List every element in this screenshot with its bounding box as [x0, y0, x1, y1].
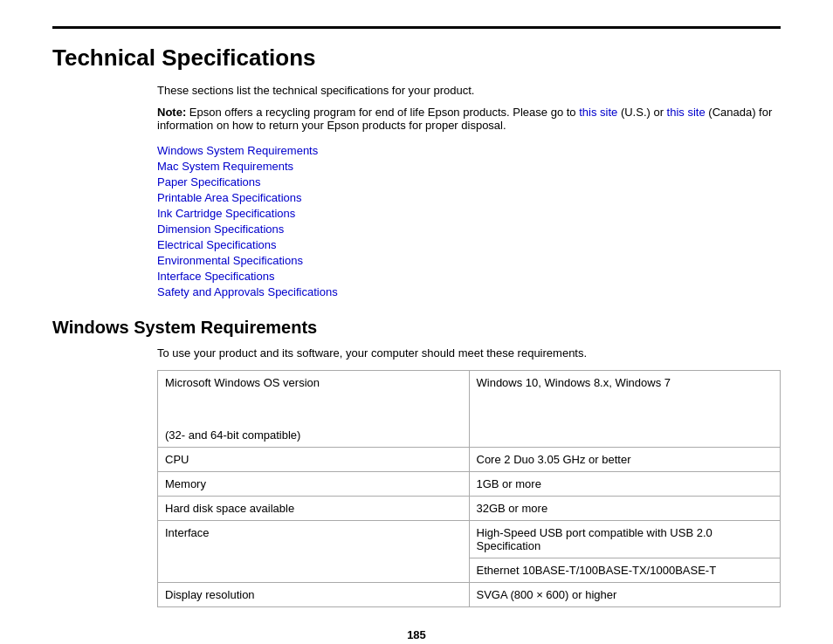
note-body: Epson offers a recycling program for end…	[186, 106, 579, 119]
section-intro: To use your product and its software, yo…	[157, 346, 781, 360]
page-title: Technical Specifications	[52, 45, 781, 72]
page-container: Technical Specifications These sections …	[0, 0, 833, 644]
nav-link[interactable]: Environmental Specifications	[157, 254, 781, 267]
nav-link[interactable]: Electrical Specifications	[157, 238, 781, 251]
table-cell-value: Ethernet 10BASE-T/100BASE-TX/1000BASE-T	[469, 558, 781, 583]
spec-table: Microsoft Windows OS version(32- and 64-…	[157, 370, 781, 607]
table-cell-value: 32GB or more	[469, 497, 781, 521]
table-cell-label: CPU	[158, 448, 470, 472]
nav-link[interactable]: Printable Area Specifications	[157, 191, 781, 204]
table-row: InterfaceHigh-Speed USB port compatible …	[158, 521, 781, 558]
nav-link[interactable]: Mac System Requirements	[157, 160, 781, 173]
page-number: 185	[52, 628, 781, 641]
note-block: Note: Epson offers a recycling program f…	[157, 106, 781, 132]
nav-link[interactable]: Windows System Requirements	[157, 144, 781, 157]
spec-table-body: Microsoft Windows OS version(32- and 64-…	[158, 371, 781, 607]
table-cell-label: Interface	[158, 521, 470, 583]
note-label: Note:	[157, 106, 186, 119]
table-cell-label: Microsoft Windows OS version(32- and 64-…	[158, 371, 470, 448]
table-cell-label: Display resolution	[158, 583, 470, 607]
table-cell-value: High-Speed USB port compatible with USB …	[469, 521, 781, 558]
table-cell-value: 1GB or more	[469, 472, 781, 497]
table-row: Memory1GB or more	[158, 472, 781, 497]
note-middle: (U.S.) or	[617, 106, 666, 119]
nav-link[interactable]: Interface Specifications	[157, 270, 781, 283]
intro-text: These sections list the technical specif…	[157, 84, 781, 97]
table-row: Display resolutionSVGA (800 × 600) or hi…	[158, 583, 781, 607]
table-cell-label: Memory	[158, 472, 470, 497]
table-cell-label: Hard disk space available	[158, 497, 470, 521]
table-cell-value: Windows 10, Windows 8.x, Windows 7	[469, 371, 781, 448]
nav-link[interactable]: Safety and Approvals Specifications	[157, 285, 781, 298]
table-row: Microsoft Windows OS version(32- and 64-…	[158, 371, 781, 448]
table-row: Hard disk space available32GB or more	[158, 497, 781, 521]
note-link-us[interactable]: this site	[579, 106, 617, 119]
section-title: Windows System Requirements	[52, 318, 781, 338]
table-cell-value: Core 2 Duo 3.05 GHz or better	[469, 448, 781, 472]
top-rule	[52, 26, 781, 29]
table-cell-value: SVGA (800 × 600) or higher	[469, 583, 781, 607]
nav-link[interactable]: Paper Specifications	[157, 175, 781, 188]
link-list: Windows System RequirementsMac System Re…	[157, 144, 781, 298]
nav-link[interactable]: Ink Cartridge Specifications	[157, 207, 781, 220]
note-link-canada[interactable]: this site	[667, 106, 706, 119]
table-row: CPUCore 2 Duo 3.05 GHz or better	[158, 448, 781, 472]
nav-link[interactable]: Dimension Specifications	[157, 223, 781, 236]
